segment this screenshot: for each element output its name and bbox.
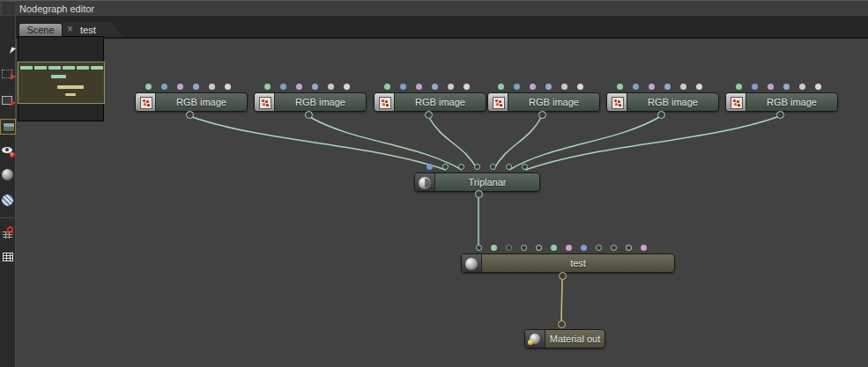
node-rgb2[interactable]: RGB image <box>254 82 367 112</box>
port-dot[interactable] <box>680 84 686 90</box>
node-body[interactable]: RGB image <box>374 92 486 112</box>
node-body[interactable]: RGB image <box>487 92 600 112</box>
port-dot[interactable] <box>432 84 438 90</box>
port-dot[interactable] <box>530 84 536 90</box>
port-dot[interactable] <box>145 84 152 90</box>
grid-table-icon[interactable] <box>1 250 15 264</box>
port-socket[interactable] <box>522 164 528 170</box>
graph-minimap[interactable] <box>18 36 104 121</box>
port-dot[interactable] <box>696 84 702 90</box>
panel-grip-icon[interactable] <box>3 3 14 14</box>
node-port[interactable] <box>776 111 784 119</box>
port-socket[interactable] <box>611 245 617 251</box>
port-dot[interactable] <box>799 84 805 90</box>
node-rgb6[interactable]: RGB image <box>725 82 838 112</box>
node-port[interactable] <box>558 320 566 328</box>
port-dot[interactable] <box>498 84 504 90</box>
tab-scene[interactable]: Scene <box>19 23 63 36</box>
add-nodes-icon[interactable] <box>1 67 15 81</box>
port-socket[interactable] <box>536 245 542 251</box>
port-dot[interactable] <box>264 84 271 90</box>
preview-sphere-icon[interactable] <box>1 168 15 182</box>
tab-test-label[interactable]: test <box>80 24 96 36</box>
port-dot[interactable] <box>581 245 587 251</box>
node-test[interactable]: test <box>461 243 675 273</box>
pick-tool-icon[interactable] <box>1 40 15 54</box>
port-dot[interactable] <box>209 84 215 90</box>
port-socket[interactable] <box>626 245 632 251</box>
node-port[interactable] <box>305 111 313 119</box>
port-dot[interactable] <box>296 84 302 90</box>
node-body[interactable]: RGB image <box>725 92 838 112</box>
port-dot[interactable] <box>545 84 552 90</box>
port-dot[interactable] <box>514 84 520 90</box>
port-dot[interactable] <box>427 164 433 170</box>
port-dot[interactable] <box>161 84 167 90</box>
port-socket[interactable] <box>474 164 480 170</box>
textured-sphere-icon[interactable] <box>1 194 15 208</box>
port-dot[interactable] <box>617 84 623 90</box>
node-port[interactable] <box>538 111 546 119</box>
port-dot[interactable] <box>783 84 790 90</box>
node-label: RGB image <box>627 93 718 111</box>
port-socket[interactable] <box>506 245 512 251</box>
port-dot[interactable] <box>649 84 655 90</box>
node-body[interactable]: Triplanar <box>414 172 540 192</box>
port-dot[interactable] <box>768 84 774 90</box>
node-port[interactable] <box>657 111 665 119</box>
port-dot[interactable] <box>551 245 557 251</box>
port-dot[interactable] <box>193 84 199 90</box>
port-socket[interactable] <box>596 245 602 251</box>
node-port[interactable] <box>475 190 483 198</box>
port-socket[interactable] <box>490 164 496 170</box>
image-thumbnails-icon[interactable] <box>1 120 15 134</box>
close-tab-icon[interactable]: × <box>67 23 73 36</box>
port-dot[interactable] <box>566 245 572 251</box>
port-dot[interactable] <box>561 84 568 90</box>
snap-magnet-icon[interactable] <box>1 226 15 240</box>
port-dot[interactable] <box>736 84 742 90</box>
port-dot[interactable] <box>752 84 758 90</box>
port-dot[interactable] <box>448 84 454 90</box>
port-dot[interactable] <box>815 84 821 90</box>
node-port[interactable] <box>559 272 567 280</box>
port-socket[interactable] <box>442 164 449 170</box>
port-dot[interactable] <box>577 84 583 90</box>
wire[interactable] <box>525 116 780 170</box>
port-dot[interactable] <box>491 245 497 251</box>
port-dot[interactable] <box>416 84 422 90</box>
visibility-eye-icon[interactable] <box>1 143 15 158</box>
port-dot[interactable] <box>312 84 318 90</box>
port-dot[interactable] <box>400 84 406 90</box>
node-body[interactable]: Material out <box>524 329 605 349</box>
port-socket[interactable] <box>506 164 512 170</box>
port-dot[interactable] <box>225 84 231 90</box>
node-rgb3[interactable]: RGB image <box>374 82 486 112</box>
port-dot[interactable] <box>344 84 350 90</box>
node-body[interactable]: RGB image <box>606 92 719 112</box>
node-triplanar[interactable]: Triplanar <box>414 162 540 192</box>
node-body[interactable]: test <box>461 253 675 273</box>
port-dot[interactable] <box>384 84 390 90</box>
port-dot[interactable] <box>328 84 334 90</box>
port-socket[interactable] <box>476 245 482 251</box>
select-nodes-icon[interactable] <box>1 93 15 107</box>
wire[interactable] <box>189 116 446 170</box>
node-rgb5[interactable]: RGB image <box>606 82 719 112</box>
node-body[interactable]: RGB image <box>254 92 367 112</box>
wire[interactable] <box>561 278 562 322</box>
node-port[interactable] <box>186 111 194 119</box>
node-rgb4[interactable]: RGB image <box>487 82 600 112</box>
port-dot[interactable] <box>464 84 470 90</box>
port-dot[interactable] <box>641 245 647 251</box>
port-dot[interactable] <box>280 84 286 90</box>
port-dot[interactable] <box>633 84 639 90</box>
textured-sphere-icon-art <box>2 195 13 206</box>
node-body[interactable]: RGB image <box>135 92 248 112</box>
node-rgb1[interactable]: RGB image <box>135 82 248 112</box>
port-socket[interactable] <box>458 164 464 170</box>
port-dot[interactable] <box>177 84 183 90</box>
node-port[interactable] <box>425 111 433 119</box>
port-socket[interactable] <box>521 245 527 251</box>
port-dot[interactable] <box>664 84 671 90</box>
